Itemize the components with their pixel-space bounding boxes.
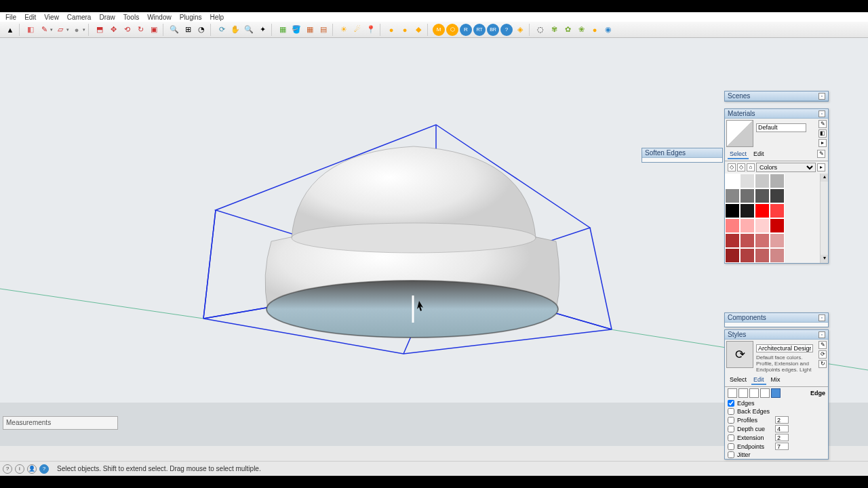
render-tag-icon[interactable]: ◈ [514,24,526,36]
tape-tool[interactable]: 🔍 [168,24,180,36]
ext-icon-6[interactable]: ◉ [602,24,614,36]
ext-icon-3[interactable]: ✿ [561,24,574,36]
ext-icon-1[interactable]: ◌ [534,24,547,36]
background-settings-icon[interactable] [749,388,759,398]
color-swatch[interactable] [740,188,755,203]
shapes-tool[interactable]: ▱ [54,24,66,36]
menu-window[interactable]: Window [143,14,176,21]
menu-file[interactable]: File [1,14,20,21]
edge-settings-icon[interactable] [728,388,737,398]
styles-panel[interactable]: Styles ▫ ⟳ Default face colors. Profile,… [724,329,829,460]
color-swatch[interactable] [740,233,755,248]
zoom-tool[interactable]: 🔍 [243,24,255,36]
scale-tool[interactable]: ▣ [148,24,160,36]
render-m-icon[interactable]: M [433,24,445,36]
materials-scrollbar[interactable]: ▴ ▾ [820,174,828,263]
menu-tools[interactable]: Tools [119,14,143,21]
materials-edit-tab[interactable]: Edit [751,150,766,159]
materials-library-select[interactable]: Colors [756,163,816,172]
materials-details-button[interactable]: ▸ [817,163,825,171]
menu-help[interactable]: Help [206,14,229,21]
style-update-button[interactable]: ⟳ [818,350,827,359]
materials-back-button[interactable]: ◇ [728,163,736,171]
render-rt-icon[interactable]: RT [473,24,486,36]
color-swatch[interactable] [740,248,755,263]
endpoints-checkbox[interactable] [728,443,734,450]
color-swatch[interactable] [770,174,785,188]
follow-me-tool[interactable]: ↻ [134,24,146,36]
select-tool[interactable]: ▲ [4,24,16,36]
eyedropper-button[interactable]: ✎ [817,150,825,158]
color-swatch[interactable] [755,248,770,263]
sun-icon[interactable]: ☀ [338,24,350,36]
ext-icon-5[interactable]: ● [589,24,601,36]
plugin-icon-3[interactable]: ◆ [412,24,425,36]
eraser-tool[interactable]: ◧ [24,24,37,36]
render-o-icon[interactable]: ⬡ [446,24,458,36]
scenes-panel[interactable]: Scenes ▫ [724,91,829,102]
components-toggle-icon[interactable]: ▫ [818,314,825,321]
color-swatch[interactable] [755,188,770,203]
modeling-settings-icon[interactable] [771,388,781,398]
edges-checkbox[interactable] [728,400,734,407]
soften-edges-panel[interactable]: Soften Edges [642,148,723,163]
menu-view[interactable]: View [40,14,63,21]
shadow-icon[interactable]: ☄ [351,24,363,36]
status-help-icon[interactable]: ? [3,464,12,474]
components-button[interactable]: ▦ [277,24,289,36]
profiles-checkbox[interactable] [728,417,734,424]
pan-tool[interactable]: ✋ [229,24,241,36]
status-geo-icon[interactable]: ? [39,464,49,474]
rotate-tool[interactable]: ⟲ [121,24,133,36]
menu-camera[interactable]: Camera [63,14,96,21]
color-swatch[interactable] [770,188,785,203]
extension-checkbox[interactable] [728,434,734,441]
3d-warehouse-button[interactable]: ▦ [304,24,316,36]
materials-panel[interactable]: Materials ▫ ✎ ◧ ▸ Select Edit ✎ ◇ ◇ ⌂ [724,108,829,264]
menu-draw[interactable]: Draw [95,14,119,21]
materials-home-button[interactable]: ⌂ [747,163,755,171]
scenes-toggle-icon[interactable]: ▫ [818,93,825,100]
materials-toggle-icon[interactable]: ▫ [818,110,825,117]
circle-tool[interactable]: ● [71,24,83,36]
style-new-button[interactable]: ✎ [818,341,827,349]
render-q-icon[interactable]: ? [500,24,513,36]
color-swatch[interactable] [725,233,740,248]
color-swatch[interactable] [725,188,740,203]
color-swatch[interactable] [755,174,770,188]
status-user-icon[interactable]: 👤 [27,464,37,474]
menu-edit[interactable]: Edit [20,14,40,21]
push-pull-tool[interactable]: ⬒ [94,24,106,36]
color-swatch[interactable] [725,218,740,233]
jitter-checkbox[interactable] [728,451,734,458]
color-swatch[interactable] [725,248,740,263]
styles-mix-tab[interactable]: Mix [769,375,783,385]
zoom-extents-tool[interactable]: ✦ [256,24,269,36]
materials-select-tab[interactable]: Select [728,150,749,159]
render-br-icon[interactable]: BR [487,24,499,36]
plugin-icon-2[interactable]: ● [399,24,411,36]
geo-location-icon[interactable]: 📍 [365,24,377,36]
color-swatch[interactable] [770,203,785,218]
color-swatch[interactable] [725,203,740,218]
protractor-tool[interactable]: ◔ [195,24,208,36]
orbit-tool[interactable]: ⟳ [216,24,228,36]
color-swatch[interactable] [770,248,785,263]
components-panel[interactable]: Components ▫ [724,312,829,327]
watermark-settings-icon[interactable] [760,388,770,398]
face-settings-icon[interactable] [738,388,748,398]
ext-icon-4[interactable]: ❀ [575,24,587,36]
endpoints-value[interactable] [775,443,789,450]
style-thumbnail[interactable]: ⟳ [726,341,753,368]
material-name-input[interactable] [756,123,806,132]
plugin-icon-1[interactable]: ● [385,24,397,36]
style-name-input[interactable] [756,344,813,352]
status-info-icon[interactable]: i [15,464,24,474]
depth-cue-checkbox[interactable] [728,426,734,432]
styles-select-tab[interactable]: Select [728,375,749,385]
pencil-tool[interactable]: ✎ [38,24,50,36]
create-material-button[interactable]: ✎ [818,120,827,128]
back-edges-checkbox[interactable] [728,408,734,415]
color-swatch[interactable] [755,203,770,218]
render-r-icon[interactable]: R [460,24,472,36]
